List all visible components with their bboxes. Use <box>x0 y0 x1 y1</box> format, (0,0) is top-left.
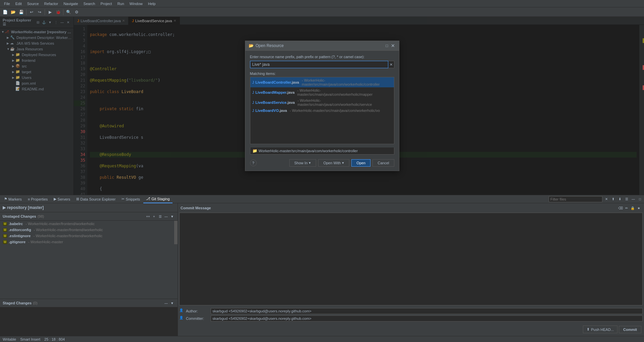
commit-bottom: 👤 Author: 👤 Committer: <box>179 307 643 323</box>
java-file-icon-0: J <box>252 80 254 84</box>
open-with-arrow: ▼ <box>341 161 344 165</box>
file-modified-icon-0: M <box>3 222 7 226</box>
menu-help[interactable]: Help <box>145 1 158 6</box>
committer-input[interactable] <box>211 315 643 322</box>
toolbar-run[interactable]: ▶ <box>46 8 54 16</box>
git-filter-input[interactable] <box>549 196 602 202</box>
commit-lock-btn[interactable]: 🔒 <box>630 205 635 211</box>
matching-item-1[interactable]: J LiveBoardMapper.java - WorkerHolic-mas… <box>250 87 394 97</box>
dialog-label: Enter resource name prefix, path prefix … <box>250 55 394 59</box>
dialog-close-btn[interactable]: ✕ <box>390 43 396 48</box>
commit-message-textarea[interactable] <box>179 213 643 305</box>
staged-more-btn[interactable]: ▼ <box>169 300 175 306</box>
file-path-0: - WorkerHolic-master/frontend/workerholi… <box>26 222 95 226</box>
matching-item-path-3: - WorkerHolic-master/src/main/java/com/w… <box>290 109 380 113</box>
repo-label: repository [master] <box>7 205 44 210</box>
servers-icon: ▶ <box>54 197 56 201</box>
git-btn-3[interactable]: ☰ <box>624 197 629 202</box>
menu-file[interactable]: File <box>1 1 13 6</box>
dialog-show-in-btn[interactable]: Show In ▼ <box>289 159 316 167</box>
menu-refactor[interactable]: Refactor <box>42 1 61 6</box>
unstaged-file-1[interactable]: M .editorconfig - WorkerHolic-master/fro… <box>0 227 178 233</box>
dialog-maximize-btn[interactable]: □ <box>384 43 389 48</box>
git-btn-2[interactable]: ⬇ <box>617 197 623 202</box>
commit-star-btn[interactable]: ★ <box>636 205 641 211</box>
commit-clear-btn[interactable]: ⌫ <box>618 205 623 211</box>
commit-actions: ⬆ Push HEAD... Commit <box>179 324 643 335</box>
unstaged-file-3[interactable]: M .gitignore - WorkerHolic-master <box>0 239 178 245</box>
unstaged-header: Unstaged Changes (98) ++ + ☰ — ▼ <box>0 212 178 221</box>
git-right-panel: Commit Message ⌫ ✏ 🔒 ★ 👤 Author: <box>178 203 644 336</box>
file-modified-icon-3: M <box>3 240 7 244</box>
menu-run[interactable]: Run <box>115 1 127 6</box>
unstaged-collapse[interactable]: — <box>163 214 169 219</box>
unstaged-file-2[interactable]: M .eslintignore - WorkerHolic-master/fro… <box>0 233 178 239</box>
push-head-btn[interactable]: ⬆ Push HEAD... <box>583 326 617 333</box>
menu-project[interactable]: Project <box>98 1 114 6</box>
commit-btn[interactable]: Commit <box>619 326 641 333</box>
push-head-icon: ⬆ <box>587 327 590 332</box>
unstaged-file-list: M .babelrc - WorkerHolic-master/frontend… <box>0 221 178 299</box>
tab-markers[interactable]: ⚑ Markers <box>1 195 24 203</box>
matching-item-name-3: LiveBoardVO.java <box>255 109 287 113</box>
unstaged-more[interactable]: ▼ <box>169 214 175 219</box>
unstaged-file-0[interactable]: M .babelrc - WorkerHolic-master/frontend… <box>0 221 178 227</box>
editor-area: J LiveBoardController.java ✕ J LiveBoard… <box>74 17 644 195</box>
matching-item-2[interactable]: J LiveBoardService.java - WorkerHolic-ma… <box>250 97 394 108</box>
file-path-3: - WorkerHolic-master <box>28 240 63 244</box>
toolbar-undo[interactable]: ↩ <box>28 8 35 16</box>
staged-collapse-btn[interactable]: — <box>163 300 169 306</box>
dialog-open-btn[interactable]: Open <box>351 159 370 167</box>
toolbar-new[interactable]: 📄 <box>1 8 9 16</box>
unstaged-add[interactable]: + <box>151 214 157 219</box>
git-btn-5[interactable]: □ <box>637 197 643 202</box>
git-btn-1[interactable]: ⬆ <box>610 197 616 202</box>
commit-edit-btn[interactable]: ✏ <box>624 205 629 211</box>
toolbar: 📄 📂 💾 ↩ ↪ ▶ 🐞 🔍 ⚙ <box>0 7 644 17</box>
unstaged-add-all[interactable]: ++ <box>145 214 151 219</box>
toolbar-search[interactable]: 🔍 <box>65 8 72 16</box>
tab-datasource[interactable]: ⊞ Data Source Explorer <box>73 195 118 203</box>
path-folder-icon: 📁 <box>252 148 257 153</box>
tab-properties[interactable]: ≡ Properties <box>25 195 51 203</box>
toolbar-save[interactable]: 💾 <box>17 8 25 16</box>
markers-icon: ⚑ <box>4 197 7 201</box>
matching-item-0[interactable]: J LiveBoardController.java - WorkerHolic… <box>250 77 394 87</box>
git-filter-clear[interactable]: ✕ <box>604 197 609 202</box>
tab-git-staging[interactable]: ⎇ Git Staging <box>143 195 172 203</box>
dialog-open-with-btn[interactable]: Open With ▼ <box>318 159 349 167</box>
dialog-help-btn[interactable]: ? <box>250 160 257 166</box>
committer-icon: 👤 <box>179 316 185 321</box>
dialog-open-icon: 📂 <box>249 43 254 48</box>
commit-committer-field: 👤 Committer: <box>179 315 643 322</box>
menu-navigate[interactable]: Navigate <box>61 1 81 6</box>
commit-btn-label: Commit <box>623 328 637 332</box>
repo-header: ▶ repository [master] <box>0 203 178 212</box>
matching-item-path-2: - WorkerHolic-master/src/main/java/com/w… <box>297 98 392 106</box>
menu-edit[interactable]: Edit <box>13 1 24 6</box>
bottom-panel: ⚑ Markers ≡ Properties ▶ Servers ⊞ Data … <box>0 195 644 336</box>
tab-snippets[interactable]: ✂ Snippets <box>119 195 143 203</box>
git-btn-4[interactable]: — <box>631 197 636 202</box>
git-staging-icon: ⎇ <box>146 197 150 201</box>
dialog-body: Enter resource name prefix, path prefix … <box>245 51 399 171</box>
dialog-cancel-btn[interactable]: Cancel <box>373 159 394 167</box>
toolbar-redo[interactable]: ↪ <box>36 8 43 16</box>
toolbar-debug[interactable]: 🐞 <box>54 8 62 16</box>
menu-window[interactable]: Window <box>127 1 145 6</box>
file-status-1: M <box>3 227 7 232</box>
menu-search[interactable]: Search <box>81 1 98 6</box>
dialog-search-input[interactable] <box>250 61 388 68</box>
unstaged-menu[interactable]: ☰ <box>157 214 163 219</box>
unstaged-scrollbar[interactable] <box>174 221 178 299</box>
menu-source[interactable]: Source <box>24 1 42 6</box>
dialog-input-clear-btn[interactable]: ✕ <box>388 61 394 68</box>
matching-item-path-1: - WorkerHolic-master/src/main/java/com/w… <box>297 88 392 96</box>
tab-servers[interactable]: ▶ Servers <box>51 195 73 203</box>
author-input[interactable] <box>211 308 643 314</box>
commit-msg-label: Commit Message <box>181 206 211 210</box>
toolbar-open[interactable]: 📂 <box>9 8 17 16</box>
staged-file-list <box>0 307 178 336</box>
toolbar-settings[interactable]: ⚙ <box>73 8 80 16</box>
matching-item-3[interactable]: J LiveBoardVO.java - WorkerHolic-master/… <box>250 108 394 114</box>
